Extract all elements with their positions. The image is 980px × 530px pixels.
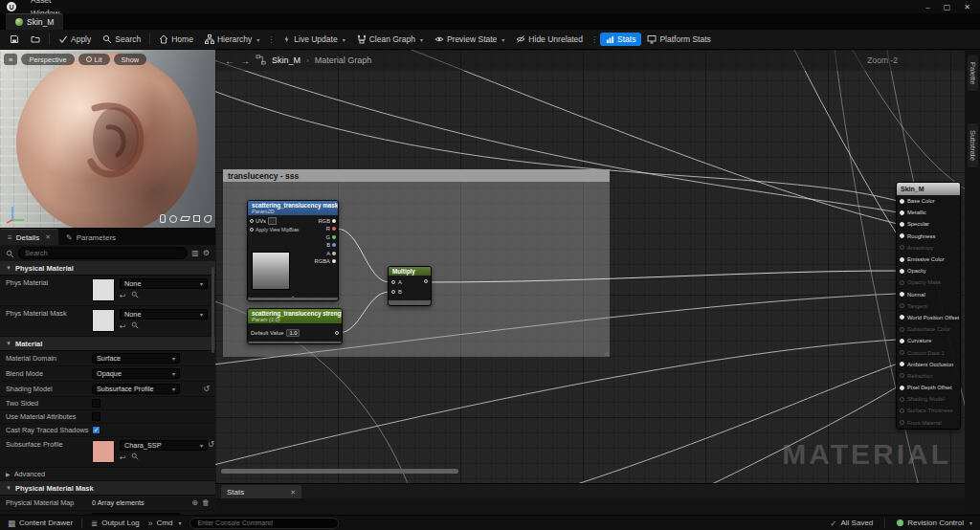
section-material[interactable]: ▼ Material xyxy=(0,337,215,351)
input-pin-icon[interactable] xyxy=(391,290,395,294)
pin-icon[interactable] xyxy=(900,269,904,274)
output-pin-row[interactable]: RGB xyxy=(315,218,336,224)
material-input-pin[interactable]: Metallic xyxy=(897,207,960,218)
output-pin-icon[interactable] xyxy=(335,331,339,335)
node-multiply[interactable]: Multiply A B xyxy=(388,266,432,306)
pin-icon[interactable] xyxy=(900,257,904,262)
pin-icon[interactable] xyxy=(900,210,904,215)
preview-shape-cylinder-icon[interactable] xyxy=(160,214,166,223)
overflow-kebab-icon[interactable]: ⋮ xyxy=(267,35,275,44)
output-pin-icon[interactable] xyxy=(332,219,336,223)
preview-shape-cube-icon[interactable] xyxy=(193,215,200,222)
asset-tab-skin-m[interactable]: Skin_M xyxy=(6,13,63,30)
default-value-box[interactable]: 1.0 xyxy=(286,329,300,337)
gear-icon[interactable]: ⚙ xyxy=(203,249,210,257)
resize-handle-icon[interactable]: ◢ xyxy=(604,349,609,357)
viewport-menu-button[interactable]: ≡ xyxy=(4,54,17,65)
material-input-pin[interactable]: Curvature xyxy=(897,335,960,346)
pin-icon[interactable] xyxy=(900,373,904,378)
shading-model-dropdown[interactable]: Subsurface Profile ▾ xyxy=(92,384,180,394)
live-update-button[interactable]: Live Update ▾ xyxy=(277,33,350,46)
save-button[interactable] xyxy=(4,33,25,46)
material-input-pin[interactable]: Custom Data 1 xyxy=(897,346,960,358)
pin-icon[interactable] xyxy=(900,245,904,250)
tab-details[interactable]: ≡ Details ✕ xyxy=(0,229,58,245)
overflow-kebab-icon[interactable]: ⋮ xyxy=(590,35,598,44)
back-arrow-icon[interactable]: ← xyxy=(225,55,234,66)
right-panel-tab[interactable]: Palette xyxy=(968,55,978,91)
browse-to-asset-button[interactable] xyxy=(25,33,46,46)
console-command-input[interactable] xyxy=(189,518,339,529)
apply-button[interactable]: Apply xyxy=(53,33,97,46)
comment-title[interactable]: translucency - sss xyxy=(223,169,610,182)
pin-icon[interactable] xyxy=(900,303,904,308)
input-pin-icon[interactable] xyxy=(250,228,254,232)
preview-state-button[interactable]: Preview State ▾ xyxy=(429,33,510,46)
close-button[interactable]: ✕ xyxy=(964,3,970,11)
collapse-chevron-icon[interactable]: ⌄ xyxy=(290,292,295,298)
lit-mode-button[interactable]: Lit xyxy=(78,54,110,65)
right-panel-tab[interactable]: Substrate xyxy=(968,123,978,167)
pin-icon[interactable] xyxy=(900,339,904,343)
tab-parameters[interactable]: ✎ Parameters xyxy=(58,230,123,245)
output-pin-row[interactable]: RGBA xyxy=(315,258,336,264)
show-menu-button[interactable]: Show xyxy=(114,54,147,65)
preview-shape-plane-icon[interactable] xyxy=(180,216,190,221)
perspective-button[interactable]: Perspective xyxy=(21,54,74,65)
filter-icon[interactable]: ▥ xyxy=(191,249,199,257)
material-input-pin[interactable]: Roughness xyxy=(897,231,960,242)
material-input-pin[interactable]: Base Color xyxy=(897,195,960,207)
preview-shape-mesh-icon[interactable] xyxy=(204,215,212,223)
phys-material-mask-dropdown[interactable]: None ▾ xyxy=(120,309,208,320)
hierarchy-button[interactable]: Hierarchy ▾ xyxy=(199,33,265,46)
minimize-button[interactable]: – xyxy=(925,3,929,11)
menu-item[interactable]: Asset xyxy=(24,0,66,7)
subsurface-profile-dropdown[interactable]: Chara_SSP ▾ xyxy=(120,440,208,451)
material-input-pin[interactable]: Opacity xyxy=(897,265,960,276)
material-input-pin[interactable]: Anisotropy xyxy=(897,242,960,254)
output-pin-icon[interactable] xyxy=(332,252,336,255)
breadcrumb-current[interactable]: Material Graph xyxy=(315,55,372,65)
material-input-pin[interactable]: Emissive Color xyxy=(897,254,960,265)
search-button[interactable]: Search xyxy=(97,33,146,46)
output-pin-icon[interactable] xyxy=(332,243,336,247)
pin-icon[interactable] xyxy=(900,292,904,297)
blend-mode-dropdown[interactable]: Opaque ▾ xyxy=(92,368,180,379)
pin-icon[interactable] xyxy=(900,327,904,332)
home-button[interactable]: Home xyxy=(153,33,199,46)
pin-icon[interactable] xyxy=(900,420,904,425)
material-input-pin[interactable]: Opacity Mask xyxy=(897,276,960,288)
maximize-button[interactable]: ▢ xyxy=(944,3,951,11)
pin-icon[interactable] xyxy=(900,222,904,227)
input-pin-row[interactable]: A xyxy=(391,277,428,287)
hide-unrelated-button[interactable]: Hide Unrelated xyxy=(510,33,589,46)
browse-asset-icon[interactable] xyxy=(131,321,139,331)
delete-element-icon[interactable]: 🗑 xyxy=(202,498,210,507)
output-pin-row[interactable]: B xyxy=(315,242,336,248)
pin-icon[interactable] xyxy=(900,397,904,402)
two-sided-checkbox[interactable] xyxy=(92,399,100,408)
pin-icon[interactable] xyxy=(900,280,904,285)
reset-to-default-icon[interactable]: ↺ xyxy=(208,440,214,449)
material-input-pin[interactable]: Front Material xyxy=(897,417,960,429)
content-drawer-button[interactable]: ▦ Content Drawer xyxy=(8,519,73,528)
output-pin-icon[interactable] xyxy=(332,259,336,263)
pin-icon[interactable] xyxy=(900,350,904,355)
use-selected-asset-icon[interactable]: ↩ xyxy=(120,453,126,462)
graph-horizontal-scrollbar[interactable] xyxy=(221,469,458,474)
close-icon[interactable]: ✕ xyxy=(290,489,296,497)
material-graph-canvas[interactable]: translucency - sss ◢ scattering_transluc… xyxy=(215,50,965,515)
phys-material-dropdown[interactable]: None ▾ xyxy=(120,278,208,289)
cmd-dropdown-button[interactable]: » Cmd ▾ xyxy=(148,519,182,528)
material-input-pin[interactable]: Subsurface Color xyxy=(897,323,960,335)
clean-graph-button[interactable]: Clean Graph ▾ xyxy=(351,33,429,46)
forward-arrow-icon[interactable]: → xyxy=(240,55,250,66)
pin-icon[interactable] xyxy=(900,409,904,413)
pin-icon[interactable] xyxy=(900,386,904,390)
use-selected-asset-icon[interactable]: ↩ xyxy=(120,322,126,331)
material-input-pin[interactable]: Normal xyxy=(897,289,960,300)
pin-icon[interactable] xyxy=(900,233,904,238)
use-selected-asset-icon[interactable]: ↩ xyxy=(120,292,126,300)
material-input-pin[interactable]: Ambient Occlusion xyxy=(897,359,960,370)
breadcrumb-root[interactable]: Skin_M xyxy=(272,55,301,65)
